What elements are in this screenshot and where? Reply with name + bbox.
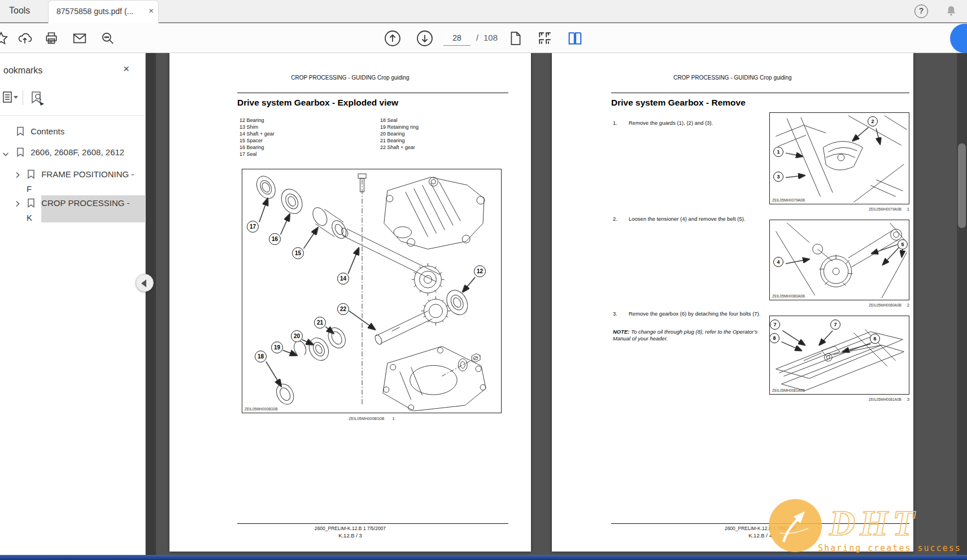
bookmark-label: CROP PROCESSING - K xyxy=(27,198,130,222)
previous-page-icon[interactable] xyxy=(384,30,401,47)
help-icon[interactable]: ? xyxy=(914,5,928,18)
step-number: 1. xyxy=(613,120,617,126)
watermark-tagline: Sharing creates success xyxy=(818,543,961,553)
callout-8: 8 xyxy=(769,333,779,343)
zoom-icon[interactable] xyxy=(101,31,115,46)
exploded-view-figure: ZEIL05MH0008G0B xyxy=(242,169,502,413)
upload-cloud-icon[interactable] xyxy=(18,31,32,46)
notifications-bell-icon[interactable] xyxy=(944,5,958,18)
parts-list-item: 18 Seal xyxy=(380,117,398,123)
pdf-page-left: CROP PROCESSING - GUIDING Crop guiding D… xyxy=(169,53,531,552)
callout-21: 21 xyxy=(314,317,326,329)
page-total: 108 xyxy=(484,33,498,42)
two-page-view-icon[interactable] xyxy=(568,31,582,46)
callout-1: 1 xyxy=(773,147,783,157)
chevron-right-icon[interactable] xyxy=(14,200,21,210)
callout-7b: 7 xyxy=(830,320,840,330)
parts-list-item: 22 Shaft + gear xyxy=(380,145,415,150)
figure-caption: ZEIL05MH0008G0B1 xyxy=(242,416,502,421)
step-text: Remove the gearbox (6) by detaching the … xyxy=(629,310,764,317)
figure-code-label: ZEIL05MH0081A0B xyxy=(772,388,805,392)
callout-15: 15 xyxy=(292,247,304,259)
figure-caption-code: ZEIL05MH0081A0B xyxy=(869,397,901,401)
scrollbar-thumb[interactable] xyxy=(958,143,966,228)
page-separator: / xyxy=(476,33,478,42)
figure-number: 1 xyxy=(907,207,909,212)
callout-3: 3 xyxy=(773,172,783,182)
header-rule xyxy=(611,93,909,93)
page-header: CROP PROCESSING - GUIDING Crop guiding xyxy=(552,75,913,81)
bookmarks-panel: ookmarks × Contents 2606, 2608F, 2608, 2… xyxy=(0,53,146,560)
collapse-arrow-icon xyxy=(141,279,146,287)
next-page-icon[interactable] xyxy=(416,30,433,47)
chevron-down-icon[interactable] xyxy=(2,150,10,160)
email-icon[interactable] xyxy=(72,31,87,46)
figure-caption: ZEIL05MH0080A0B2 xyxy=(769,303,909,308)
vertical-scrollbar[interactable] xyxy=(957,53,967,560)
step-text: Loosen the tensioner (4) and remove the … xyxy=(629,216,764,222)
figure-number: 3 xyxy=(907,397,909,402)
callout-7: 7 xyxy=(770,320,780,330)
bottom-window-edge xyxy=(0,555,967,560)
note-text: To change oil through plug (8), refer to… xyxy=(613,329,757,342)
find-current-bookmark-icon[interactable] xyxy=(29,90,46,107)
figure-caption-code: ZEIL05MH0080A0B xyxy=(869,303,901,307)
step-text: Remove the guards (1), (2) and (3). xyxy=(629,120,764,126)
step-number: 3. xyxy=(613,310,617,317)
pdf-page-right: CROP PROCESSING - GUIDING Crop guiding D… xyxy=(552,53,913,552)
bookmark-item-contents[interactable]: Contents xyxy=(16,126,64,138)
bookmark-item-crop-processing[interactable]: CROP PROCESSING - K xyxy=(27,197,137,224)
bookmark-flag-icon xyxy=(16,126,25,138)
callout-16: 16 xyxy=(269,233,281,245)
parts-list-item: 13 Shim xyxy=(239,124,258,130)
bookmark-options-icon[interactable] xyxy=(2,90,19,105)
tab-pdf-document[interactable]: 87575858 guts.pdf (... × xyxy=(48,0,159,23)
callout-19: 19 xyxy=(271,342,283,353)
browser-tabstrip: Tools 87575858 guts.pdf (... × ? xyxy=(0,0,967,23)
page-number-input[interactable]: 28 xyxy=(443,31,471,46)
step-number: 2. xyxy=(613,216,617,222)
parts-list-item: 16 Bearing xyxy=(239,145,264,150)
divider xyxy=(0,115,146,116)
callout-18: 18 xyxy=(255,351,267,362)
callout-6: 6 xyxy=(870,334,880,344)
bookmark-label: Contents xyxy=(31,126,64,136)
note-label: NOTE: xyxy=(613,329,630,335)
parts-list-item: 20 Bearing xyxy=(380,131,405,137)
section-heading: Drive system Gearbox - Remove xyxy=(611,98,746,108)
collapse-sidebar-button[interactable] xyxy=(136,274,154,292)
close-tab-icon[interactable]: × xyxy=(149,6,154,15)
parts-list-item: 17 Seal xyxy=(239,151,257,157)
figure-caption: ZEIL05MH0079A0B1 xyxy=(769,207,909,212)
bookmark-flag-icon xyxy=(27,169,36,183)
page-layout-icon[interactable] xyxy=(538,31,552,46)
footer-doc-ref: 2600_PRELIM-K.12.B 1 7/5/2007 xyxy=(169,526,531,531)
bookmark-item-models[interactable]: 2606, 2608F, 2608, 2612 xyxy=(16,147,124,159)
footer-rule xyxy=(237,523,508,524)
print-icon[interactable] xyxy=(44,31,59,46)
watermark-logo-text: DHT xyxy=(829,503,919,543)
figure-code-label: ZEIL05MH0008G0B xyxy=(245,407,278,411)
bookmarks-panel-title: ookmarks xyxy=(3,65,42,76)
single-page-view-icon[interactable] xyxy=(508,31,523,46)
tab-title: 87575858 guts.pdf (... xyxy=(56,7,133,16)
belt-tensioner-figure: ZEIL05MH0080A0B xyxy=(769,220,909,300)
callout-2: 2 xyxy=(868,116,878,126)
bookmark-label: 2606, 2608F, 2608, 2612 xyxy=(31,147,124,157)
callout-12: 12 xyxy=(474,265,486,277)
watermark-arrow-logo xyxy=(769,499,822,552)
pdf-toolbar: 28 / 108 xyxy=(0,23,967,53)
tab-tools[interactable]: Tools xyxy=(9,6,30,16)
favorites-star-icon[interactable] xyxy=(0,31,8,46)
parts-list-item: 21 Bearing xyxy=(380,138,405,143)
close-bookmarks-icon[interactable]: × xyxy=(123,63,129,75)
callout-22: 22 xyxy=(337,303,349,315)
callout-4: 4 xyxy=(773,257,783,267)
parts-list-item: 14 Shaft + gear xyxy=(239,131,275,137)
footer-page-ref: K.12.B / 3 xyxy=(169,532,531,539)
callout-17: 17 xyxy=(247,221,259,233)
figure-caption-code: ZEIL05MH0079A0B xyxy=(869,207,901,211)
bookmark-item-frame-positioning[interactable]: FRAME POSITIONING - F xyxy=(27,168,137,195)
chevron-right-icon[interactable] xyxy=(14,171,21,181)
figure-caption-code: ZEIL05MH0008G0B xyxy=(349,417,384,421)
